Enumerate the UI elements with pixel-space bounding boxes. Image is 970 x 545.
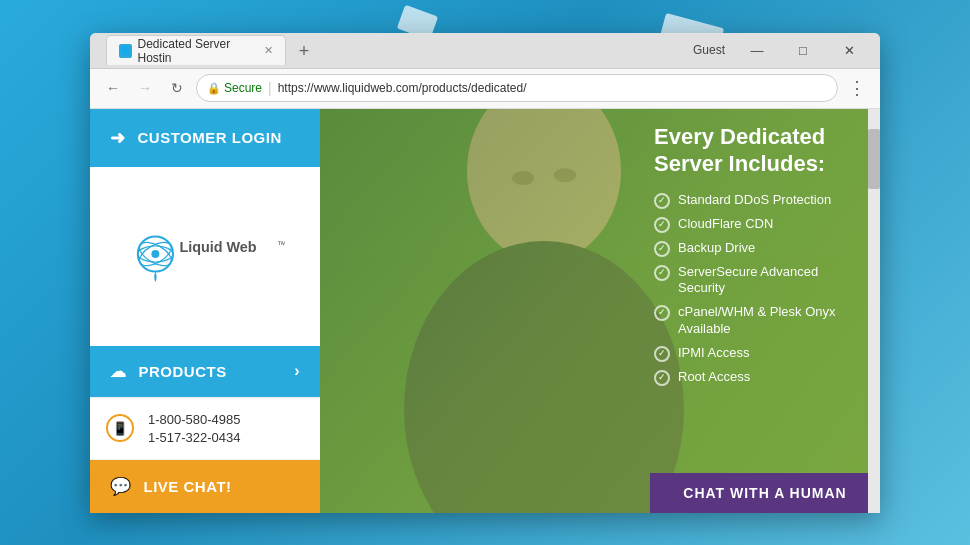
feature-text: Root Access <box>678 369 750 386</box>
logo-area: Liquid Web ™ <box>90 167 320 346</box>
list-item: ✓ Root Access <box>654 369 856 386</box>
tab-favicon: 🌐 <box>119 44 132 58</box>
close-button[interactable]: ✕ <box>826 33 872 69</box>
list-item: ✓ IPMI Access <box>654 345 856 362</box>
minimize-button[interactable]: — <box>734 33 780 69</box>
url-text: https://www.liquidweb.com/products/dedic… <box>278 81 527 95</box>
feature-text: CloudFlare CDN <box>678 216 773 233</box>
svg-point-12 <box>554 168 576 182</box>
tab-close-icon[interactable]: ✕ <box>264 44 273 57</box>
scrollbar[interactable] <box>868 109 880 513</box>
check-icon: ✓ <box>654 241 670 257</box>
page-content: ➜ CUSTOMER LOGIN Liquid Web ™ <box>90 109 880 513</box>
guest-label: Guest <box>693 43 725 57</box>
phone-numbers: 1-800-580-4985 1-517-322-0434 <box>148 412 241 445</box>
svg-text:Liquid Web: Liquid Web <box>179 239 256 255</box>
sidebar: ➜ CUSTOMER LOGIN Liquid Web ™ <box>90 109 320 513</box>
window-controls: — □ ✕ <box>734 33 872 69</box>
browser-menu-button[interactable]: ⋮ <box>844 75 870 101</box>
phone-area: 📱 1-800-580-4985 1-517-322-0434 <box>90 397 320 460</box>
cloud-icon: ☁ <box>110 362 127 381</box>
list-item: ✓ Backup Drive <box>654 240 856 257</box>
check-icon: ✓ <box>654 305 670 321</box>
new-tab-button[interactable]: + <box>290 37 318 65</box>
back-button[interactable]: ← <box>100 75 126 101</box>
browser-tab[interactable]: 🌐 Dedicated Server Hostin ✕ <box>106 35 286 65</box>
scrollbar-thumb[interactable] <box>868 129 880 189</box>
live-chat-label: LIVE CHAT! <box>144 478 232 495</box>
check-icon: ✓ <box>654 193 670 209</box>
secure-badge: 🔒 Secure <box>207 81 262 95</box>
url-divider: | <box>268 80 272 96</box>
svg-point-4 <box>151 250 159 258</box>
secure-text: Secure <box>224 81 262 95</box>
list-item: ✓ CloudFlare CDN <box>654 216 856 233</box>
url-bar[interactable]: 🔒 Secure | https://www.liquidweb.com/pro… <box>196 74 838 102</box>
feature-text: Backup Drive <box>678 240 755 257</box>
address-bar: ← → ↻ 🔒 Secure | https://www.liquidweb.c… <box>90 69 880 109</box>
feature-text: ServerSecure Advanced Security <box>678 264 856 298</box>
liquidweb-logo: Liquid Web ™ <box>125 230 285 282</box>
title-bar: 🌐 Dedicated Server Hostin ✕ + Guest — □ … <box>90 33 880 69</box>
products-label: PRODUCTS <box>139 363 227 380</box>
check-icon: ✓ <box>654 370 670 386</box>
browser-window: 🌐 Dedicated Server Hostin ✕ + Guest — □ … <box>90 33 880 513</box>
list-item: ✓ cPanel/WHM & Plesk Onyx Available <box>654 304 856 338</box>
forward-button[interactable]: → <box>132 75 158 101</box>
customer-login-button[interactable]: ➜ CUSTOMER LOGIN <box>90 109 320 167</box>
chevron-right-icon: › <box>294 362 300 380</box>
phone-number-2: 1-517-322-0434 <box>148 430 241 445</box>
check-icon: ✓ <box>654 346 670 362</box>
features-panel: Every Dedicated Server Includes: ✓ Stand… <box>640 109 870 513</box>
products-button[interactable]: ☁ PRODUCTS › <box>90 346 320 397</box>
maximize-button[interactable]: □ <box>780 33 826 69</box>
chat-icon: 💬 <box>110 476 132 497</box>
tab-label: Dedicated Server Hostin <box>138 37 254 65</box>
phone-icon: 📱 <box>106 414 134 442</box>
lock-icon: 🔒 <box>207 82 221 95</box>
svg-text:™: ™ <box>277 239 285 250</box>
panel-title: Every Dedicated Server Includes: <box>654 123 856 178</box>
phone-number-1: 1-800-580-4985 <box>148 412 241 427</box>
feature-text: Standard DDoS Protection <box>678 192 831 209</box>
chat-human-label: CHAT WITH A HUMAN <box>683 485 846 501</box>
chat-with-human-button[interactable]: CHAT WITH A HUMAN <box>650 473 880 513</box>
customer-login-label: CUSTOMER LOGIN <box>138 129 282 146</box>
list-item: ✓ Standard DDoS Protection <box>654 192 856 209</box>
main-content-area: Every Dedicated Server Includes: ✓ Stand… <box>320 109 880 513</box>
feature-list: ✓ Standard DDoS Protection ✓ CloudFlare … <box>654 192 856 387</box>
check-icon: ✓ <box>654 217 670 233</box>
feature-text: IPMI Access <box>678 345 750 362</box>
check-icon: ✓ <box>654 265 670 281</box>
live-chat-button[interactable]: 💬 LIVE CHAT! <box>90 460 320 513</box>
arrow-right-icon: ➜ <box>110 127 126 149</box>
list-item: ✓ ServerSecure Advanced Security <box>654 264 856 298</box>
refresh-button[interactable]: ↻ <box>164 75 190 101</box>
svg-point-11 <box>512 171 534 185</box>
feature-text: cPanel/WHM & Plesk Onyx Available <box>678 304 856 338</box>
